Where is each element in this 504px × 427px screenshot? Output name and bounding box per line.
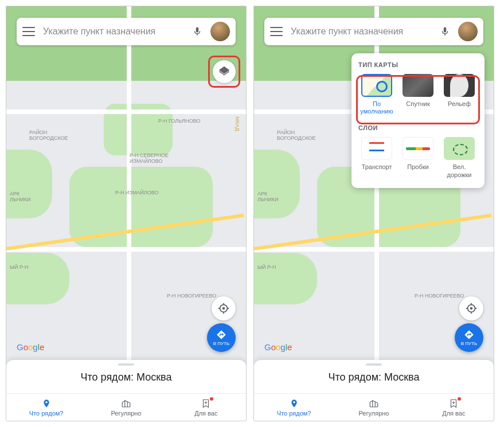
maptype-label: Спутник	[406, 100, 429, 108]
explore-sheet[interactable]: Что рядом: Москва	[6, 360, 246, 393]
layer-traffic-thumb	[403, 137, 433, 160]
layers-heading: СЛОИ	[358, 124, 478, 131]
pin-icon	[42, 398, 51, 409]
map-label: Р-Н ИЗМАЙЛОВО	[115, 190, 159, 195]
my-location-button[interactable]	[459, 296, 483, 320]
layers-icon	[218, 65, 230, 78]
nav-commute[interactable]: Регулярно	[86, 394, 166, 421]
layers-button[interactable]	[213, 60, 236, 83]
map-label: Р-Н ГОЛЬЯНОВО	[158, 118, 200, 124]
map-label: АРКЛЬНИКИ	[257, 191, 279, 202]
menu-icon[interactable]	[270, 27, 283, 36]
nav-label: Регулярно	[111, 410, 142, 417]
map-label: ЫЙ Р-Н	[257, 264, 276, 270]
google-logo: Google	[264, 342, 292, 352]
layer-label: Вел.дорожки	[447, 163, 472, 178]
bottom-nav: Что рядом? Регулярно Для вас	[254, 393, 494, 421]
maptype-label: Поумолчанию	[360, 100, 393, 115]
nav-label: Регулярно	[359, 410, 389, 417]
search-input[interactable]: Укажите пункт назначения	[43, 26, 184, 37]
maptype-terrain-thumb	[444, 74, 475, 97]
directions-icon	[464, 330, 474, 340]
layer-traffic[interactable]: Пробки	[400, 137, 436, 178]
search-bar[interactable]: Укажите пункт назначения	[17, 18, 236, 45]
maptype-satellite[interactable]: Спутник	[400, 74, 436, 115]
menu-icon[interactable]	[22, 27, 35, 36]
my-location-button[interactable]	[212, 296, 236, 320]
notification-dot	[458, 397, 461, 401]
map-label-mkad: МКАД	[235, 116, 240, 131]
layer-label: Транспорт	[362, 163, 392, 171]
go-label: В ПУТЬ	[461, 341, 478, 346]
sheet-title: Что рядом: Москва	[81, 371, 172, 383]
map-label: Р-Н НОВОГИРЕЕВО	[415, 293, 464, 299]
pin-icon	[290, 398, 299, 409]
layer-bike-thumb	[444, 137, 475, 160]
nav-explore[interactable]: Что рядом?	[254, 394, 334, 421]
search-bar[interactable]: Укажите пункт назначения	[264, 18, 483, 45]
bottom-nav: Что рядом? Регулярно Для вас	[6, 393, 246, 421]
target-icon	[465, 302, 478, 315]
buildings-icon	[120, 398, 132, 409]
layer-transit-thumb	[361, 137, 392, 160]
nav-explore[interactable]: Что рядом?	[6, 394, 86, 421]
map-label: ЫЙ Р-Н	[10, 264, 28, 270]
map-label: Р-Н СЕВЕРНОЕИЗМАЙЛОВО	[130, 152, 169, 164]
avatar[interactable]	[210, 22, 230, 41]
screenshot-right: РАЙОНБОГОРОДСКОЕ Р-Н НОВОГИРЕЕВО ЫЙ Р-Н …	[253, 6, 494, 421]
nav-label: Для вас	[194, 410, 217, 417]
layer-bike[interactable]: Вел.дорожки	[441, 137, 478, 178]
avatar[interactable]	[458, 22, 478, 41]
maptype-default[interactable]: Поумолчанию	[358, 74, 395, 115]
maptype-label: Рельеф	[448, 100, 471, 108]
sheet-handle[interactable]	[366, 363, 382, 366]
nav-foryou[interactable]: Для вас	[414, 394, 494, 421]
sheet-handle[interactable]	[118, 363, 134, 366]
go-label: В ПУТЬ	[213, 341, 230, 346]
maptype-heading: ТИП КАРТЫ	[358, 61, 478, 68]
nav-label: Для вас	[442, 410, 465, 417]
map-label: АРКЛЬНИКИ	[10, 191, 31, 202]
target-icon	[217, 302, 230, 315]
screenshot-left: РАЙОНБОГОРОДСКОЕ Р-Н ГОЛЬЯНОВО Р-Н СЕВЕР…	[6, 6, 247, 421]
map-label: РАЙОНБОГОРОДСКОЕ	[277, 130, 316, 141]
svg-point-3	[470, 307, 473, 310]
maptype-default-thumb	[361, 74, 392, 97]
maptype-terrain[interactable]: Рельеф	[441, 74, 478, 115]
mic-icon[interactable]	[440, 25, 450, 38]
directions-button[interactable]: В ПУТЬ	[207, 323, 236, 352]
google-logo: Google	[17, 342, 44, 352]
svg-point-1	[222, 307, 225, 310]
explore-sheet[interactable]: Что рядом: Москва	[254, 360, 494, 393]
nav-commute[interactable]: Регулярно	[334, 394, 413, 421]
notification-dot	[210, 397, 213, 401]
layers-panel: ТИП КАРТЫ Поумолчанию Спутник Рельеф СЛО…	[351, 53, 485, 188]
sheet-title: Что рядом: Москва	[329, 371, 420, 383]
map-label: Р-Н НОВОГИРЕЕВО	[167, 293, 216, 299]
nav-label: Что рядом?	[29, 410, 64, 417]
mic-icon[interactable]	[192, 25, 202, 38]
maptype-satellite-thumb	[403, 74, 433, 97]
map-label: РАЙОНБОГОРОДСКОЕ	[29, 130, 68, 141]
directions-button[interactable]: В ПУТЬ	[455, 323, 483, 352]
buildings-icon	[368, 398, 380, 409]
directions-icon	[216, 330, 226, 340]
layer-label: Пробки	[407, 163, 428, 171]
search-input[interactable]: Укажите пункт назначения	[291, 26, 432, 37]
nav-label: Что рядом?	[277, 410, 311, 417]
nav-foryou[interactable]: Для вас	[166, 394, 246, 421]
layer-transit[interactable]: Транспорт	[358, 137, 395, 178]
map-canvas[interactable]: РАЙОНБОГОРОДСКОЕ Р-Н ГОЛЬЯНОВО Р-Н СЕВЕР…	[6, 6, 246, 421]
